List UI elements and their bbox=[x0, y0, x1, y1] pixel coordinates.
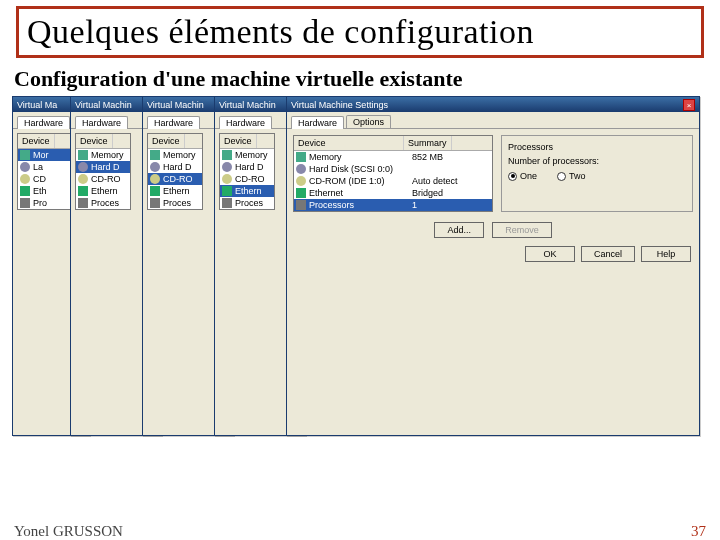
radio-icon bbox=[557, 172, 566, 181]
processors-panel: Processors Number of processors: One Two bbox=[501, 135, 693, 212]
col-device: Device bbox=[294, 136, 404, 150]
footer: Yonel GRUSSON 37 bbox=[14, 523, 706, 540]
page-number: 37 bbox=[691, 523, 706, 540]
author: Yonel GRUSSON bbox=[14, 523, 123, 540]
eth-icon bbox=[20, 186, 30, 196]
help-button[interactable]: Help bbox=[641, 246, 691, 262]
title-box: Quelques éléments de configuration bbox=[16, 6, 704, 58]
row-ethernet[interactable]: Ethernet Bridged bbox=[294, 187, 492, 199]
memory-icon bbox=[296, 152, 306, 162]
row-memory[interactable]: Memory 852 MB bbox=[294, 151, 492, 163]
row-hdd[interactable]: Hard Disk (SCSI 0:0) bbox=[294, 163, 492, 175]
proc-icon bbox=[296, 200, 306, 210]
eth-icon bbox=[296, 188, 306, 198]
tab-hardware: Hardware bbox=[17, 116, 70, 129]
tab-hardware[interactable]: Hardware bbox=[291, 116, 344, 129]
num-proc-label: Number of processors: bbox=[508, 156, 686, 166]
cd-icon bbox=[20, 174, 30, 184]
remove-button[interactable]: Remove bbox=[492, 222, 552, 238]
tab-options[interactable]: Options bbox=[346, 115, 391, 128]
cd-icon bbox=[296, 176, 306, 186]
dialog-title: Virtual Machine Settings bbox=[291, 100, 388, 110]
col-summary: Summary bbox=[404, 136, 452, 150]
ok-button[interactable]: OK bbox=[525, 246, 575, 262]
titlebar[interactable]: Virtual Machine Settings × bbox=[287, 97, 699, 112]
close-icon[interactable]: × bbox=[683, 99, 695, 111]
disk-icon bbox=[20, 162, 30, 172]
group-label: Processors bbox=[508, 142, 686, 152]
device-list[interactable]: Device Summary Memory 852 MB Hard Disk (… bbox=[293, 135, 493, 212]
cancel-button[interactable]: Cancel bbox=[581, 246, 635, 262]
disk-icon bbox=[296, 164, 306, 174]
radio-two[interactable]: Two bbox=[557, 171, 586, 181]
proc-icon bbox=[20, 198, 30, 208]
tabs: Hardware Options bbox=[287, 112, 699, 129]
dialog-stack: Virtual Ma Hardware Device Mor La CD Eth… bbox=[12, 96, 708, 456]
radio-one[interactable]: One bbox=[508, 171, 537, 181]
vm-settings-dialog: Virtual Machine Settings × Hardware Opti… bbox=[286, 96, 700, 436]
subtitle: Configuration d'une machine virtuelle ex… bbox=[14, 66, 706, 92]
row-cdrom[interactable]: CD-ROM (IDE 1:0) Auto detect bbox=[294, 175, 492, 187]
memory-icon bbox=[20, 150, 30, 160]
row-processors[interactable]: Processors 1 bbox=[294, 199, 492, 211]
page-title: Quelques éléments de configuration bbox=[27, 13, 693, 51]
radio-icon bbox=[508, 172, 517, 181]
add-button[interactable]: Add... bbox=[434, 222, 484, 238]
